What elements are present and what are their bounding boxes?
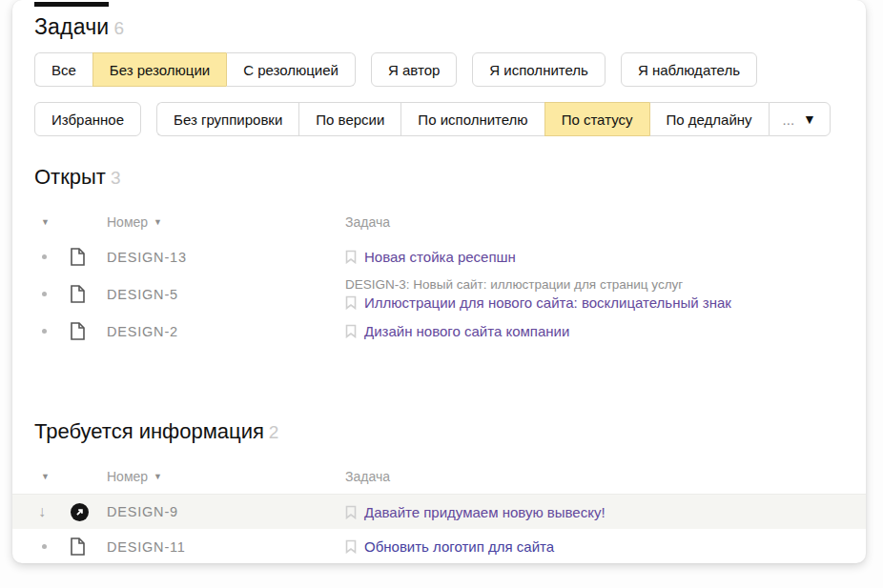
resolution-filter-group: Все Без резолюции С резолюцией bbox=[34, 52, 356, 87]
task-type-icon bbox=[71, 537, 107, 556]
column-header-number-label: Номер bbox=[107, 469, 148, 484]
task-key[interactable]: DESIGN-11 bbox=[107, 539, 345, 555]
filter-author-button[interactable]: Я автор bbox=[371, 52, 457, 87]
table-row[interactable]: DESIGN-2 Дизайн нового сайта компании bbox=[34, 314, 844, 349]
table-row[interactable]: DESIGN-5 DESIGN-3: Новый сайт: иллюстрац… bbox=[34, 274, 844, 314]
column-header-number[interactable]: Номер▼ bbox=[107, 214, 345, 230]
section-info-title: Требуется информация2 bbox=[34, 419, 844, 444]
priority-dot-icon bbox=[34, 329, 71, 334]
open-rows: DESIGN-13 Новая стойка ресепшн DESIGN-5 … bbox=[34, 239, 844, 349]
grouping-filter-group: Без группировки По версии По исполнителю… bbox=[156, 102, 831, 136]
filter-no-resolution-button[interactable]: Без резолюции bbox=[92, 52, 226, 87]
task-key[interactable]: DESIGN-5 bbox=[107, 287, 345, 302]
column-header-number-label: Номер bbox=[107, 214, 148, 230]
chevron-down-icon: ▼ bbox=[803, 112, 816, 127]
page-title: Задачи6 bbox=[34, 0, 844, 40]
group-by-assignee-button[interactable]: По исполнителю bbox=[400, 102, 544, 136]
task-link[interactable]: Новая стойка ресепшн bbox=[364, 249, 516, 265]
section-info-required: Требуется информация2 ▼ Номер▼ Задача ↓ … bbox=[34, 419, 844, 564]
bookmark-icon[interactable] bbox=[345, 324, 357, 338]
table-header-open: ▼ Номер▼ Задача bbox=[34, 213, 844, 232]
grouping-filter-row: Избранное Без группировки По версии По и… bbox=[34, 102, 844, 136]
table-row[interactable]: DESIGN-11 Обновить логотип для сайта bbox=[34, 529, 844, 564]
sort-icon[interactable]: ▼ bbox=[34, 472, 71, 481]
sort-icon: ▼ bbox=[154, 217, 162, 227]
task-link[interactable]: Обновить логотип для сайта bbox=[364, 538, 554, 555]
filter-all-button[interactable]: Все bbox=[34, 52, 92, 87]
section-info-title-text: Требуется информация bbox=[34, 419, 264, 443]
more-label: ... bbox=[783, 112, 795, 128]
task-link[interactable]: Иллюстрации для нового сайта: восклицате… bbox=[364, 294, 731, 311]
priority-dot-icon bbox=[34, 254, 71, 259]
bookmark-icon[interactable] bbox=[345, 539, 357, 554]
section-open-title-text: Открыт bbox=[34, 165, 106, 189]
task-type-icon bbox=[71, 322, 107, 340]
more-groupings-button[interactable]: ...▼ bbox=[769, 102, 831, 136]
section-open-count: 3 bbox=[111, 168, 121, 188]
section-info-count: 2 bbox=[269, 422, 279, 442]
section-open: Открыт3 ▼ Номер▼ Задача DESIGN-13 Новая … bbox=[34, 165, 844, 349]
task-type-icon bbox=[71, 285, 107, 303]
bookmark-icon[interactable] bbox=[345, 295, 357, 310]
tasks-panel: Задачи6 Все Без резолюции С резолюцией Я… bbox=[12, 0, 866, 563]
filter-follower-button[interactable]: Я наблюдатель bbox=[621, 52, 757, 87]
column-header-task: Задача bbox=[345, 469, 844, 484]
task-key[interactable]: DESIGN-9 bbox=[107, 504, 345, 519]
task-link[interactable]: Дизайн нового сайта компании bbox=[364, 323, 569, 339]
resolution-filter-row: Все Без резолюции С резолюцией Я автор Я… bbox=[34, 52, 844, 87]
section-open-title: Открыт3 bbox=[34, 165, 844, 190]
column-header-task: Задача bbox=[345, 214, 844, 230]
table-row-selected[interactable]: ↓ DESIGN-9 Давайте придумаем новую вывес… bbox=[12, 494, 866, 529]
filter-assignee-button[interactable]: Я исполнитель bbox=[472, 52, 606, 87]
parent-task-label: DESIGN-3: Новый сайт: иллюстрации для ст… bbox=[345, 277, 844, 292]
page-title-count: 6 bbox=[113, 18, 124, 38]
priority-dot-icon bbox=[34, 292, 71, 296]
group-none-button[interactable]: Без группировки bbox=[156, 102, 298, 136]
active-tab-indicator bbox=[34, 2, 109, 7]
task-link[interactable]: Давайте придумаем новую вывеску! bbox=[364, 504, 606, 520]
task-key[interactable]: DESIGN-2 bbox=[107, 324, 345, 339]
table-header-info: ▼ Номер▼ Задача bbox=[34, 467, 844, 486]
task-key[interactable]: DESIGN-13 bbox=[107, 250, 345, 265]
group-by-deadline-button[interactable]: По дедлайну bbox=[649, 102, 769, 136]
priority-down-arrow-icon: ↓ bbox=[34, 504, 71, 519]
priority-dot-icon bbox=[34, 544, 71, 549]
filter-with-resolution-button[interactable]: С резолюцией bbox=[226, 52, 356, 87]
column-header-number[interactable]: Номер▼ bbox=[107, 469, 345, 484]
group-by-status-button[interactable]: По статусу bbox=[544, 102, 649, 136]
info-rows: ↓ DESIGN-9 Давайте придумаем новую вывес… bbox=[34, 494, 844, 564]
favorites-button[interactable]: Избранное bbox=[34, 102, 141, 136]
sort-icon: ▼ bbox=[154, 472, 162, 481]
page-title-text: Задачи bbox=[34, 14, 109, 39]
group-by-version-button[interactable]: По версии bbox=[298, 102, 400, 136]
task-type-icon bbox=[71, 248, 107, 266]
bookmark-icon[interactable] bbox=[345, 250, 357, 264]
linked-task-icon bbox=[71, 503, 107, 521]
bookmark-icon[interactable] bbox=[345, 505, 357, 519]
sort-icon[interactable]: ▼ bbox=[34, 217, 71, 227]
table-row[interactable]: DESIGN-13 Новая стойка ресепшн bbox=[34, 239, 844, 274]
